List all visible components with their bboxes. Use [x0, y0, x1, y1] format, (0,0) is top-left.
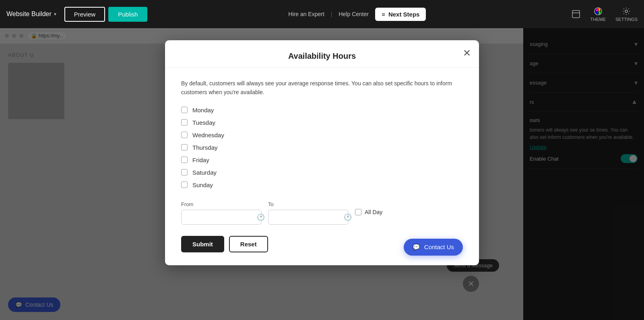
tuesday-label: Tuesday — [192, 119, 215, 126]
top-bar-right: THEME SETTINGS — [572, 7, 638, 22]
friday-label: Friday — [192, 157, 209, 163]
from-label: From — [181, 201, 262, 207]
to-label: To — [268, 201, 349, 207]
modal-header: Availability Hours ✕ — [165, 40, 479, 68]
theme-label: THEME — [590, 17, 606, 22]
modal-body: By default, customers will always see yo… — [165, 68, 479, 265]
next-steps-label: Next Steps — [388, 11, 420, 18]
day-row-monday: Monday — [181, 107, 463, 114]
wednesday-checkbox[interactable] — [181, 132, 188, 138]
saturday-label: Saturday — [192, 169, 217, 176]
reset-button[interactable]: Reset — [229, 236, 268, 252]
to-input[interactable] — [273, 214, 344, 220]
from-clock-icon: 🕐 — [257, 213, 265, 221]
content-area: 🔒 https://my... ABOUT U Send a Message ✕… — [0, 28, 644, 320]
tuesday-checkbox[interactable] — [181, 119, 188, 126]
contact-us-float-label: Contact Us — [424, 244, 454, 250]
modal-close-button[interactable]: ✕ — [463, 48, 471, 58]
preview-button[interactable]: Preview — [64, 7, 105, 22]
modal-overlay: Availability Hours ✕ By default, custome… — [0, 28, 644, 320]
all-day-row: All Day — [355, 209, 382, 217]
to-field: To 🕐 — [268, 201, 349, 225]
sunday-checkbox[interactable] — [181, 182, 188, 188]
day-row-saturday: Saturday — [181, 169, 463, 176]
from-input-wrapper: 🕐 — [181, 210, 262, 225]
day-row-thursday: Thursday — [181, 144, 463, 151]
day-row-tuesday: Tuesday — [181, 119, 463, 126]
all-day-label: All Day — [365, 209, 382, 215]
brand-chevron-icon: ▾ — [54, 11, 56, 17]
next-steps-button[interactable]: ≡ Next Steps — [375, 8, 426, 21]
top-bar-center: Hire an Expert | Help Center ≡ Next Step… — [151, 8, 564, 21]
thursday-label: Thursday — [192, 144, 218, 151]
svg-rect-0 — [572, 10, 580, 18]
thursday-checkbox[interactable] — [181, 144, 188, 151]
to-clock-icon: 🕐 — [344, 213, 352, 221]
contact-us-float-icon: 💬 — [413, 244, 420, 251]
brand-name: Website Builder — [6, 10, 52, 18]
monday-checkbox[interactable] — [181, 107, 188, 113]
divider: | — [331, 11, 332, 17]
to-input-wrapper: 🕐 — [268, 210, 349, 225]
submit-button[interactable]: Submit — [181, 236, 224, 252]
top-bar: Website Builder ▾ Preview Publish Hire a… — [0, 0, 644, 28]
settings-icon — [622, 7, 631, 16]
publish-button[interactable]: Publish — [108, 7, 147, 22]
saturday-checkbox[interactable] — [181, 169, 188, 175]
svg-point-3 — [625, 10, 627, 12]
contact-us-float-button[interactable]: 💬 Contact Us — [404, 239, 463, 256]
theme-button[interactable]: THEME — [590, 7, 606, 22]
next-steps-icon: ≡ — [382, 11, 385, 18]
brand: Website Builder ▾ — [6, 10, 56, 18]
settings-label: SETTINGS — [615, 17, 638, 22]
layout-icon — [572, 10, 580, 19]
sunday-label: Sunday — [192, 182, 213, 188]
day-row-sunday: Sunday — [181, 182, 463, 188]
wednesday-label: Wednesday — [192, 132, 224, 138]
friday-checkbox[interactable] — [181, 157, 188, 163]
modal-description: By default, customers will always see yo… — [181, 79, 463, 97]
time-row: From 🕐 To 🕐 — [181, 201, 463, 225]
from-input[interactable] — [186, 214, 257, 220]
theme-icon — [594, 7, 603, 16]
settings-button[interactable]: SETTINGS — [615, 7, 638, 22]
monday-label: Monday — [192, 107, 214, 114]
modal-title: Availability Hours — [288, 52, 356, 60]
all-day-checkbox[interactable] — [355, 209, 361, 215]
from-field: From 🕐 — [181, 201, 262, 225]
availability-hours-modal: Availability Hours ✕ By default, custome… — [165, 40, 479, 265]
hire-expert-link[interactable]: Hire an Expert — [288, 11, 324, 17]
day-list: Monday Tuesday Wednesday Thursday — [181, 107, 463, 188]
day-row-wednesday: Wednesday — [181, 132, 463, 138]
day-row-friday: Friday — [181, 157, 463, 163]
layout-button[interactable] — [572, 10, 580, 19]
help-center-link[interactable]: Help Center — [339, 11, 369, 17]
